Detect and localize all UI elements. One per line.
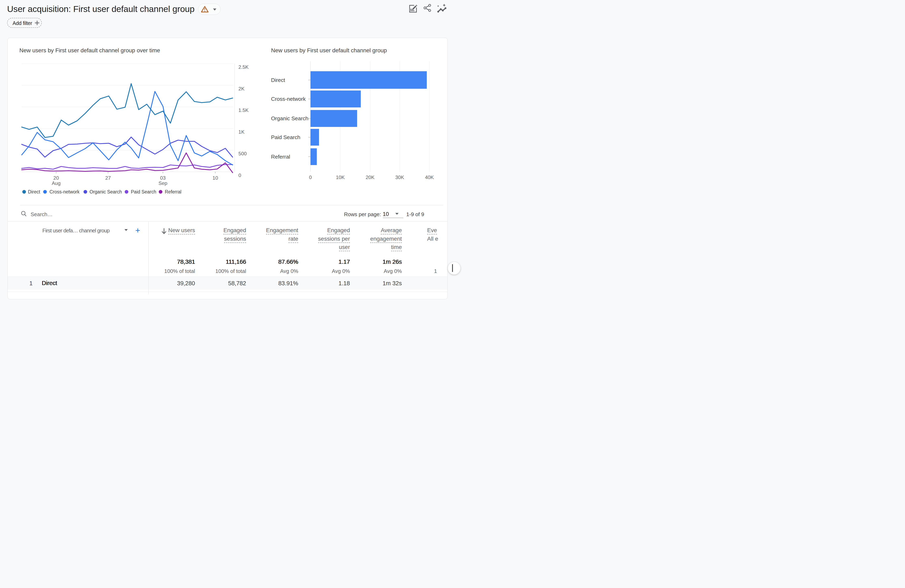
svg-text:Referral: Referral	[271, 154, 290, 160]
svg-text:0: 0	[238, 173, 241, 178]
svg-text:Sep: Sep	[159, 180, 167, 186]
svg-text:Paid Search: Paid Search	[271, 134, 300, 140]
svg-text:30K: 30K	[395, 175, 404, 180]
svg-text:Organic Search: Organic Search	[271, 115, 308, 121]
svg-text:10K: 10K	[336, 175, 345, 180]
svg-text:500: 500	[238, 151, 247, 156]
svg-text:2K: 2K	[238, 86, 245, 91]
svg-text:20: 20	[53, 175, 59, 181]
svg-text:1K: 1K	[238, 129, 245, 135]
svg-text:27: 27	[105, 175, 111, 181]
svg-text:40K: 40K	[425, 175, 434, 180]
svg-text:Direct: Direct	[271, 77, 285, 83]
svg-text:0: 0	[309, 175, 312, 180]
svg-text:Aug: Aug	[52, 180, 60, 186]
svg-text:10: 10	[213, 175, 218, 181]
svg-text:20K: 20K	[366, 175, 375, 180]
svg-text:Cross-network: Cross-network	[271, 96, 306, 102]
svg-text:03: 03	[160, 175, 166, 181]
svg-text:1.5K: 1.5K	[238, 108, 249, 113]
svg-text:2.5K: 2.5K	[238, 64, 249, 70]
